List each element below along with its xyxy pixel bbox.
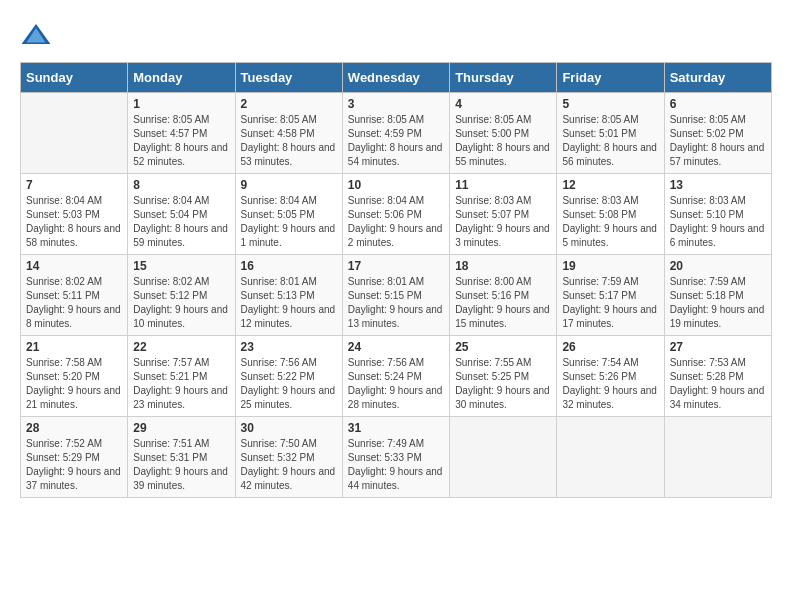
day-number: 11: [455, 178, 551, 192]
calendar-cell: [21, 93, 128, 174]
calendar-cell: 8Sunrise: 8:04 AMSunset: 5:04 PMDaylight…: [128, 174, 235, 255]
day-info: Sunrise: 7:52 AMSunset: 5:29 PMDaylight:…: [26, 437, 122, 493]
day-info: Sunrise: 8:04 AMSunset: 5:03 PMDaylight:…: [26, 194, 122, 250]
calendar-cell: 1Sunrise: 8:05 AMSunset: 4:57 PMDaylight…: [128, 93, 235, 174]
weekday-header-monday: Monday: [128, 63, 235, 93]
day-info: Sunrise: 8:05 AMSunset: 4:59 PMDaylight:…: [348, 113, 444, 169]
calendar-cell: 27Sunrise: 7:53 AMSunset: 5:28 PMDayligh…: [664, 336, 771, 417]
calendar-cell: 2Sunrise: 8:05 AMSunset: 4:58 PMDaylight…: [235, 93, 342, 174]
day-info: Sunrise: 7:54 AMSunset: 5:26 PMDaylight:…: [562, 356, 658, 412]
header: [20, 20, 772, 52]
day-number: 21: [26, 340, 122, 354]
day-number: 3: [348, 97, 444, 111]
calendar-cell: 6Sunrise: 8:05 AMSunset: 5:02 PMDaylight…: [664, 93, 771, 174]
calendar-cell: 15Sunrise: 8:02 AMSunset: 5:12 PMDayligh…: [128, 255, 235, 336]
day-number: 23: [241, 340, 337, 354]
day-number: 1: [133, 97, 229, 111]
calendar-cell: 7Sunrise: 8:04 AMSunset: 5:03 PMDaylight…: [21, 174, 128, 255]
day-info: Sunrise: 7:57 AMSunset: 5:21 PMDaylight:…: [133, 356, 229, 412]
day-info: Sunrise: 8:05 AMSunset: 4:58 PMDaylight:…: [241, 113, 337, 169]
day-info: Sunrise: 8:05 AMSunset: 5:02 PMDaylight:…: [670, 113, 766, 169]
day-number: 30: [241, 421, 337, 435]
calendar-cell: 18Sunrise: 8:00 AMSunset: 5:16 PMDayligh…: [450, 255, 557, 336]
calendar-cell: 10Sunrise: 8:04 AMSunset: 5:06 PMDayligh…: [342, 174, 449, 255]
weekday-header-saturday: Saturday: [664, 63, 771, 93]
day-number: 17: [348, 259, 444, 273]
day-info: Sunrise: 8:04 AMSunset: 5:06 PMDaylight:…: [348, 194, 444, 250]
day-number: 27: [670, 340, 766, 354]
weekday-header-friday: Friday: [557, 63, 664, 93]
day-number: 5: [562, 97, 658, 111]
calendar-cell: 16Sunrise: 8:01 AMSunset: 5:13 PMDayligh…: [235, 255, 342, 336]
calendar-cell: 17Sunrise: 8:01 AMSunset: 5:15 PMDayligh…: [342, 255, 449, 336]
calendar-cell: 31Sunrise: 7:49 AMSunset: 5:33 PMDayligh…: [342, 417, 449, 498]
calendar-week-5: 28Sunrise: 7:52 AMSunset: 5:29 PMDayligh…: [21, 417, 772, 498]
day-info: Sunrise: 8:05 AMSunset: 5:00 PMDaylight:…: [455, 113, 551, 169]
day-number: 2: [241, 97, 337, 111]
calendar-cell: 23Sunrise: 7:56 AMSunset: 5:22 PMDayligh…: [235, 336, 342, 417]
day-info: Sunrise: 8:01 AMSunset: 5:13 PMDaylight:…: [241, 275, 337, 331]
day-number: 4: [455, 97, 551, 111]
calendar-cell: 13Sunrise: 8:03 AMSunset: 5:10 PMDayligh…: [664, 174, 771, 255]
day-number: 13: [670, 178, 766, 192]
day-number: 16: [241, 259, 337, 273]
day-info: Sunrise: 7:59 AMSunset: 5:17 PMDaylight:…: [562, 275, 658, 331]
weekday-header-sunday: Sunday: [21, 63, 128, 93]
calendar-cell: 21Sunrise: 7:58 AMSunset: 5:20 PMDayligh…: [21, 336, 128, 417]
day-number: 28: [26, 421, 122, 435]
calendar-cell: 4Sunrise: 8:05 AMSunset: 5:00 PMDaylight…: [450, 93, 557, 174]
calendar-cell: [664, 417, 771, 498]
day-number: 22: [133, 340, 229, 354]
day-info: Sunrise: 8:00 AMSunset: 5:16 PMDaylight:…: [455, 275, 551, 331]
calendar-cell: 26Sunrise: 7:54 AMSunset: 5:26 PMDayligh…: [557, 336, 664, 417]
day-number: 19: [562, 259, 658, 273]
day-number: 31: [348, 421, 444, 435]
day-number: 6: [670, 97, 766, 111]
calendar-header: SundayMondayTuesdayWednesdayThursdayFrid…: [21, 63, 772, 93]
calendar-cell: 12Sunrise: 8:03 AMSunset: 5:08 PMDayligh…: [557, 174, 664, 255]
day-number: 26: [562, 340, 658, 354]
calendar-cell: 25Sunrise: 7:55 AMSunset: 5:25 PMDayligh…: [450, 336, 557, 417]
day-info: Sunrise: 8:04 AMSunset: 5:04 PMDaylight:…: [133, 194, 229, 250]
calendar-cell: 3Sunrise: 8:05 AMSunset: 4:59 PMDaylight…: [342, 93, 449, 174]
day-number: 12: [562, 178, 658, 192]
day-info: Sunrise: 7:51 AMSunset: 5:31 PMDaylight:…: [133, 437, 229, 493]
logo-icon: [20, 20, 52, 52]
calendar-week-4: 21Sunrise: 7:58 AMSunset: 5:20 PMDayligh…: [21, 336, 772, 417]
day-info: Sunrise: 7:50 AMSunset: 5:32 PMDaylight:…: [241, 437, 337, 493]
day-number: 29: [133, 421, 229, 435]
day-number: 10: [348, 178, 444, 192]
day-number: 15: [133, 259, 229, 273]
calendar-cell: 14Sunrise: 8:02 AMSunset: 5:11 PMDayligh…: [21, 255, 128, 336]
calendar-cell: [557, 417, 664, 498]
weekday-header-tuesday: Tuesday: [235, 63, 342, 93]
day-info: Sunrise: 7:53 AMSunset: 5:28 PMDaylight:…: [670, 356, 766, 412]
day-info: Sunrise: 7:55 AMSunset: 5:25 PMDaylight:…: [455, 356, 551, 412]
calendar-cell: 5Sunrise: 8:05 AMSunset: 5:01 PMDaylight…: [557, 93, 664, 174]
day-number: 25: [455, 340, 551, 354]
calendar-cell: 22Sunrise: 7:57 AMSunset: 5:21 PMDayligh…: [128, 336, 235, 417]
day-info: Sunrise: 8:04 AMSunset: 5:05 PMDaylight:…: [241, 194, 337, 250]
calendar-cell: 20Sunrise: 7:59 AMSunset: 5:18 PMDayligh…: [664, 255, 771, 336]
day-info: Sunrise: 8:02 AMSunset: 5:11 PMDaylight:…: [26, 275, 122, 331]
calendar-cell: 28Sunrise: 7:52 AMSunset: 5:29 PMDayligh…: [21, 417, 128, 498]
day-info: Sunrise: 8:01 AMSunset: 5:15 PMDaylight:…: [348, 275, 444, 331]
calendar-week-2: 7Sunrise: 8:04 AMSunset: 5:03 PMDaylight…: [21, 174, 772, 255]
weekday-header-wednesday: Wednesday: [342, 63, 449, 93]
day-info: Sunrise: 8:03 AMSunset: 5:07 PMDaylight:…: [455, 194, 551, 250]
calendar-cell: [450, 417, 557, 498]
calendar-cell: 11Sunrise: 8:03 AMSunset: 5:07 PMDayligh…: [450, 174, 557, 255]
calendar-cell: 9Sunrise: 8:04 AMSunset: 5:05 PMDaylight…: [235, 174, 342, 255]
calendar-cell: 19Sunrise: 7:59 AMSunset: 5:17 PMDayligh…: [557, 255, 664, 336]
day-info: Sunrise: 7:49 AMSunset: 5:33 PMDaylight:…: [348, 437, 444, 493]
weekday-row: SundayMondayTuesdayWednesdayThursdayFrid…: [21, 63, 772, 93]
day-number: 14: [26, 259, 122, 273]
calendar-body: 1Sunrise: 8:05 AMSunset: 4:57 PMDaylight…: [21, 93, 772, 498]
day-info: Sunrise: 7:58 AMSunset: 5:20 PMDaylight:…: [26, 356, 122, 412]
day-info: Sunrise: 8:05 AMSunset: 5:01 PMDaylight:…: [562, 113, 658, 169]
day-number: 20: [670, 259, 766, 273]
calendar-cell: 30Sunrise: 7:50 AMSunset: 5:32 PMDayligh…: [235, 417, 342, 498]
day-info: Sunrise: 7:59 AMSunset: 5:18 PMDaylight:…: [670, 275, 766, 331]
day-info: Sunrise: 7:56 AMSunset: 5:24 PMDaylight:…: [348, 356, 444, 412]
day-number: 8: [133, 178, 229, 192]
